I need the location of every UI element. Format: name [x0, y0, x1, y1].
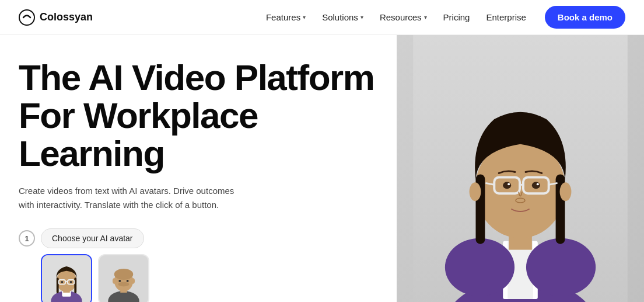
main-content: The AI Video Platform For Workplace Lear…	[0, 35, 644, 302]
book-demo-button[interactable]: Book a demo	[545, 6, 625, 29]
svg-point-18	[118, 282, 129, 287]
logo-text: Colossyan	[40, 11, 93, 23]
hero-subtitle: Create videos from text with AI avatars.…	[19, 184, 252, 212]
nav-resources[interactable]: Resources ▾	[380, 12, 427, 22]
svg-point-40	[508, 183, 510, 185]
nav-links: Features ▾ Solutions ▾ Resources ▾ Prici…	[266, 12, 526, 22]
step-number-1: 1	[19, 230, 35, 247]
svg-point-27	[445, 238, 514, 296]
svg-point-41	[537, 183, 539, 185]
nav-enterprise[interactable]: Enterprise	[486, 12, 526, 22]
svg-point-17	[114, 269, 133, 280]
avatar-selection-row	[41, 254, 378, 302]
avatar-male-illustration	[99, 254, 148, 302]
nav-pricing[interactable]: Pricing	[443, 12, 470, 22]
nav-solutions[interactable]: Solutions ▾	[322, 12, 363, 22]
svg-point-0	[19, 10, 34, 25]
svg-point-21	[113, 278, 116, 284]
svg-rect-6	[57, 277, 59, 293]
colossyan-logo-icon	[19, 9, 35, 26]
avatar-female-illustration	[42, 254, 91, 302]
svg-point-12	[70, 281, 72, 283]
chevron-down-icon: ▾	[303, 14, 306, 20]
svg-point-28	[526, 238, 596, 296]
svg-point-38	[503, 182, 511, 189]
nav-features[interactable]: Features ▾	[266, 12, 306, 22]
chevron-down-icon: ▾	[424, 14, 427, 20]
hero-left: The AI Video Platform For Workplace Lear…	[0, 35, 397, 302]
svg-point-20	[127, 280, 129, 282]
hero-right	[397, 35, 644, 302]
svg-point-19	[118, 280, 121, 282]
hero-avatar-illustration	[397, 35, 644, 302]
hero-avatar	[397, 35, 644, 302]
logo[interactable]: Colossyan	[19, 9, 93, 26]
svg-point-5	[57, 270, 76, 292]
svg-rect-7	[74, 277, 76, 293]
svg-point-11	[61, 281, 63, 283]
svg-point-22	[131, 278, 135, 284]
navbar: Colossyan Features ▾ Solutions ▾ Resourc…	[0, 0, 644, 35]
avatar-widget: 1 Choose your AI avatar	[19, 228, 378, 302]
svg-point-44	[560, 182, 572, 201]
hero-title: The AI Video Platform For Workplace Lear…	[19, 58, 378, 172]
svg-point-39	[532, 182, 540, 189]
svg-point-43	[470, 182, 481, 201]
chevron-down-icon: ▾	[360, 14, 363, 20]
avatar-card-male[interactable]	[98, 254, 149, 302]
avatar-card-female[interactable]	[41, 254, 92, 302]
choose-avatar-button[interactable]: Choose your AI avatar	[41, 228, 144, 248]
step-row-1: 1 Choose your AI avatar	[19, 228, 378, 248]
